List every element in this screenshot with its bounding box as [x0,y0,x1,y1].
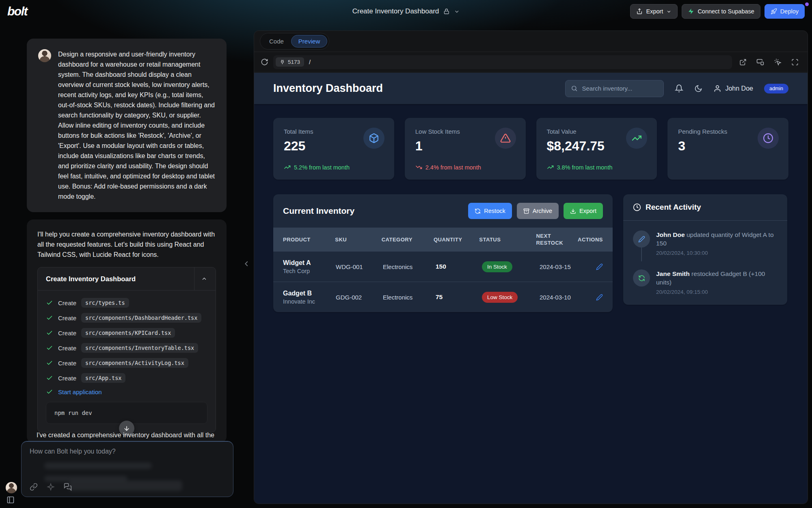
plan-card: Create Inventory Dashboard Create src/ty… [37,267,216,432]
inventory-search[interactable] [565,80,664,97]
arrow-down-icon [123,425,130,432]
category-cell: Electronics [383,294,436,301]
status-badge: Low Stock [482,292,518,303]
col-quantity: Quantity [434,236,479,243]
activity-user: John Doe [656,231,685,238]
package-icon [363,128,384,149]
export-label: Export [646,8,663,15]
connect-supabase-button[interactable]: Connect to Supabase [682,4,760,19]
trend-up-icon [284,164,291,171]
kpi-trend-text: 2.4% from last month [425,164,481,171]
inventory-dashboard-app: Inventory Dashboard John Doe admin Total… [254,73,808,504]
activity-item: Jane Smith restocked Gadget B (+100 unit… [633,269,777,295]
open-external-icon[interactable] [739,59,747,66]
restock-button[interactable]: Restock [468,203,512,219]
plan-step: Create src/components/DashboardHeader.ts… [46,313,207,323]
trend-up-icon [547,164,554,171]
chat-input-box [21,441,233,497]
notification-dot [805,2,809,6]
bell-icon[interactable] [675,84,683,93]
step-file[interactable]: src/components/InventoryTable.tsx [81,343,198,353]
edit-pencil-icon [633,230,650,247]
refresh-icon [475,208,481,214]
step-file[interactable]: src/components/KPICard.tsx [81,328,175,338]
user-name: John Doe [725,85,753,92]
supabase-label: Connect to Supabase [698,8,754,15]
check-icon [46,359,53,367]
tab-preview[interactable]: Preview [291,35,327,48]
step-file[interactable]: src/App.tsx [81,373,125,383]
inventory-table-title: Current Inventory [283,206,463,216]
search-input[interactable] [582,85,658,92]
sku-cell: WDG-001 [336,263,383,270]
step-file[interactable]: src/types.ts [81,298,129,308]
timeline-connector [641,247,642,261]
step-file[interactable]: src/components/ActivityLog.tsx [81,358,188,368]
activity-user: Jane Smith [656,270,690,277]
check-icon [46,314,53,321]
attach-link-icon[interactable] [30,483,38,491]
col-sku: SKU [335,236,381,243]
plan-step: Create src/types.ts [46,298,207,308]
chevron-up-icon[interactable] [194,267,207,290]
col-product: Product [283,236,335,243]
quantity-cell[interactable]: 75 [436,293,482,301]
assistant-message: I'll help you create a comprehensive inv… [27,219,227,443]
panel-left-toggle-icon[interactable] [6,496,15,504]
user-message: Design a responsive and user-friendly in… [27,39,227,212]
dark-mode-toggle-moon-icon[interactable] [694,85,702,93]
edit-pencil-icon[interactable] [596,263,603,270]
sparkles-icon[interactable] [47,483,55,491]
edit-pencil-icon[interactable] [596,294,603,301]
bolt-logo[interactable]: bolt [7,4,27,18]
account-avatar[interactable] [6,482,17,493]
editor-tabs-row: Code Preview [254,31,808,52]
kpi-card-total-items: Total Items 225 5.2% from last month [273,118,394,180]
activity-timestamp: 20/02/2024, 10:30:00 [656,250,777,256]
quantity-cell[interactable]: 150 [436,263,482,270]
project-title-dropdown[interactable]: Create Inventory Dashboard [352,7,460,15]
chevron-down-icon [666,9,672,14]
refresh-icon [633,269,650,287]
col-next-restock: Next Restock [536,232,578,246]
restock-date-cell: 2024-03-10 [540,294,582,301]
inspect-pointer-icon[interactable] [774,58,782,66]
kpi-card-pending-restocks: Pending Restocks 3 [667,118,788,180]
user-message-text: Design a responsive and user-friendly in… [58,49,215,202]
deploy-label: Deploy [780,8,799,15]
activity-timestamp: 20/02/2024, 09:15:00 [656,289,777,295]
user-menu[interactable]: John Doe [713,85,753,93]
inventory-table-card: Current Inventory Restock Archive Export [273,194,613,312]
plan-card-header[interactable]: Create Inventory Dashboard [38,267,216,290]
status-badge: In Stock [482,261,512,272]
search-icon [571,85,578,92]
restock-label: Restock [484,208,505,214]
deploy-button[interactable]: Deploy [764,4,805,19]
blurred-content [44,462,152,469]
url-input[interactable]: 5173 / [273,55,732,69]
tab-code[interactable]: Code [262,35,291,48]
discussion-mode-icon[interactable] [64,483,72,491]
category-cell: Electronics [383,263,436,270]
step-action: Create [58,360,76,367]
devices-icon[interactable] [756,58,764,66]
plan-step: Create src/components/InventoryTable.tsx [46,343,207,353]
preview-url-bar: 5173 / [254,52,808,72]
check-icon [46,374,53,382]
port-pill[interactable]: 5173 [276,57,304,67]
archive-button[interactable]: Archive [517,203,559,219]
recent-activity-title: Recent Activity [646,203,701,212]
chat-collapse-chevron[interactable] [242,259,251,268]
trend-down-icon [415,164,422,171]
fullscreen-icon[interactable] [791,59,799,66]
reload-icon[interactable] [261,58,268,66]
export-csv-button[interactable]: Export [564,203,603,219]
preview-panel: Code Preview 5173 / Inventory Dashboard [254,30,808,504]
recent-activity-card: Recent Activity John Doe updated quantit… [623,194,787,305]
step-file[interactable]: src/components/DashboardHeader.tsx [81,313,201,323]
lock-icon [443,8,449,15]
col-status: Status [479,236,536,243]
export-button[interactable]: Export [630,4,678,19]
start-application-link[interactable]: Start application [58,389,102,395]
check-icon [46,299,53,306]
